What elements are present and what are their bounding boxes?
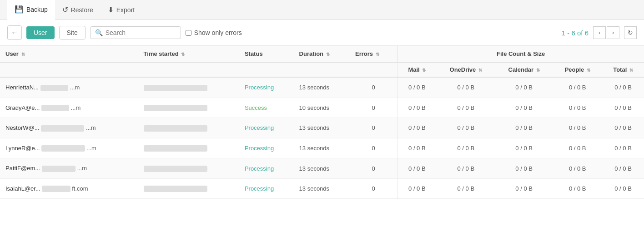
user-button-label: User <box>34 29 47 36</box>
cell-people: 0 / 0 B <box>553 138 602 158</box>
cell-status: Processing <box>239 77 294 98</box>
time-redacted <box>144 145 207 152</box>
cell-mail: 0 / 0 B <box>397 138 437 158</box>
show-errors-checkbox[interactable] <box>186 30 191 36</box>
table-row: HenriettaN... ...m Processing 13 seconds… <box>0 77 644 98</box>
search-input[interactable] <box>106 29 176 36</box>
cell-duration: 13 seconds <box>294 77 350 98</box>
cell-onedrive: 0 / 0 B <box>437 138 495 158</box>
cell-mail: 0 / 0 B <box>397 178 437 199</box>
restore-tab-label: Restore <box>71 6 93 14</box>
backup-tab[interactable]: 💾 Backup <box>7 0 55 20</box>
cell-user: HenriettaN... ...m <box>0 77 138 98</box>
cell-duration: 13 seconds <box>294 118 350 138</box>
time-redacted <box>144 186 207 192</box>
time-redacted <box>144 85 207 91</box>
cell-errors: 0 <box>350 158 397 179</box>
cell-people: 0 / 0 B <box>553 158 602 179</box>
cell-user: IsaiahL@er... ft.com <box>0 178 138 199</box>
prev-icon: ‹ <box>599 29 600 36</box>
backup-icon: 💾 <box>15 5 24 14</box>
redacted-block <box>41 105 69 111</box>
top-nav: 💾 Backup ↺ Restore ⬇ Export <box>0 0 644 20</box>
export-tab-label: Export <box>116 6 135 14</box>
subheader-user-empty <box>0 62 138 77</box>
table-row: LynneR@e... ...m Processing 13 seconds 0… <box>0 138 644 158</box>
pagination-buttons: ‹ › <box>593 26 619 39</box>
search-box: 🔍 <box>90 26 181 39</box>
subheader-people[interactable]: People ⇅ <box>553 62 602 77</box>
subheader-total[interactable]: Total ⇅ <box>602 62 644 77</box>
subheader-onedrive[interactable]: OneDrive ⇅ <box>437 62 495 77</box>
cell-total: 0 / 0 B <box>602 158 644 179</box>
cell-errors: 0 <box>350 178 397 199</box>
mail-sort-icon: ⇅ <box>422 68 426 73</box>
col-header-errors[interactable]: Errors ⇅ <box>350 46 397 62</box>
cell-mail: 0 / 0 B <box>397 158 437 179</box>
restore-icon: ↺ <box>62 5 68 14</box>
backup-tab-label: Backup <box>26 6 48 13</box>
show-errors-label[interactable]: Show only errors <box>186 29 242 36</box>
cell-errors: 0 <box>350 77 397 98</box>
cell-calendar: 0 / 0 B <box>495 178 553 199</box>
cell-calendar: 0 / 0 B <box>495 118 553 138</box>
subheader-mail[interactable]: Mail ⇅ <box>397 62 437 77</box>
cell-errors: 0 <box>350 98 397 118</box>
cell-duration: 10 seconds <box>294 98 350 118</box>
toolbar: ← User Site 🔍 Show only errors 1 - 6 of … <box>0 20 644 46</box>
errors-sort-icon: ⇅ <box>376 52 379 57</box>
cell-mail: 0 / 0 B <box>397 77 437 98</box>
site-button[interactable]: Site <box>59 26 86 39</box>
subheader-calendar[interactable]: Calendar ⇅ <box>495 62 553 77</box>
cell-time <box>138 118 239 138</box>
table-row: NestorW@... ...m Processing 13 seconds 0… <box>0 118 644 138</box>
user-button[interactable]: User <box>26 26 55 39</box>
cell-status: Processing <box>239 138 294 158</box>
col-header-status[interactable]: Status <box>239 46 294 62</box>
table-container: User ⇅ Time started ⇅ Status Duration ⇅ … <box>0 46 644 199</box>
col-header-user[interactable]: User ⇅ <box>0 46 138 62</box>
data-table: User ⇅ Time started ⇅ Status Duration ⇅ … <box>0 46 644 199</box>
export-icon: ⬇ <box>108 5 114 14</box>
cell-onedrive: 0 / 0 B <box>437 178 495 199</box>
pagination-info: 1 - 6 of 6 <box>562 29 589 37</box>
time-redacted <box>144 166 207 172</box>
refresh-button[interactable]: ↻ <box>624 26 637 39</box>
restore-tab[interactable]: ↺ Restore <box>55 0 101 20</box>
col-header-time-started[interactable]: Time started ⇅ <box>138 46 239 62</box>
redacted-block <box>41 145 85 152</box>
duration-sort-icon: ⇅ <box>326 52 330 57</box>
cell-time <box>138 178 239 199</box>
subheader-duration-empty <box>294 62 350 77</box>
site-button-label: Site <box>67 29 78 36</box>
prev-page-button[interactable]: ‹ <box>593 26 606 39</box>
cell-errors: 0 <box>350 118 397 138</box>
people-sort-icon: ⇅ <box>587 68 590 73</box>
subheader-time-empty <box>138 62 239 77</box>
calendar-sort-icon: ⇅ <box>536 68 540 73</box>
subheader-errors-empty <box>350 62 397 77</box>
cell-mail: 0 / 0 B <box>397 98 437 118</box>
cell-status: Processing <box>239 178 294 199</box>
redacted-block <box>40 85 68 91</box>
redacted-block <box>41 125 84 132</box>
cell-calendar: 0 / 0 B <box>495 158 553 179</box>
back-button[interactable]: ← <box>7 25 22 40</box>
search-icon: 🔍 <box>95 29 103 36</box>
next-icon: › <box>612 29 614 36</box>
cell-user: GradyA@e... ...m <box>0 98 138 118</box>
cell-time <box>138 158 239 179</box>
cell-time <box>138 77 239 98</box>
next-page-button[interactable]: › <box>607 26 619 39</box>
cell-total: 0 / 0 B <box>602 178 644 199</box>
cell-status: Success <box>239 98 294 118</box>
cell-total: 0 / 0 B <box>602 138 644 158</box>
cell-calendar: 0 / 0 B <box>495 77 553 98</box>
time-redacted <box>144 125 207 132</box>
cell-user: PattiF@em... ...m <box>0 158 138 179</box>
total-sort-icon: ⇅ <box>629 68 633 73</box>
col-header-file-count-size: File Count & Size <box>397 46 644 62</box>
subheader-status-empty <box>239 62 294 77</box>
export-tab[interactable]: ⬇ Export <box>101 0 142 20</box>
col-header-duration[interactable]: Duration ⇅ <box>294 46 350 62</box>
